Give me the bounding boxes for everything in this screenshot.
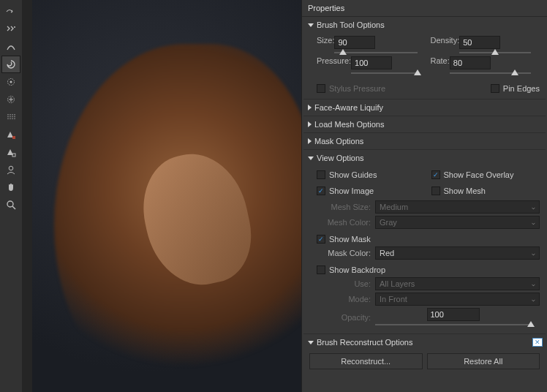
disclosure-down-icon <box>308 341 314 344</box>
pin-edges-checkbox[interactable]: Pin Edges <box>491 84 540 93</box>
panel-title: Properties <box>302 0 547 17</box>
tool-forward-warp[interactable] <box>1 3 20 20</box>
tool-smooth[interactable] <box>1 38 20 56</box>
section-mask-options[interactable]: Mask Options <box>303 132 546 149</box>
backdrop-opacity-slider[interactable] <box>375 323 531 327</box>
reconstruct-button[interactable]: Reconstruct... <box>309 353 423 369</box>
chevron-down-icon: ⌵ <box>532 250 535 257</box>
section-brush-reconstruct-options[interactable]: Brush Reconstruct Options ✕ <box>303 333 546 350</box>
tool-zoom[interactable] <box>1 196 20 214</box>
tool-push-left[interactable] <box>1 108 20 126</box>
section-brush-tool-options[interactable]: Brush Tool Options <box>303 17 546 33</box>
svg-point-0 <box>14 26 15 28</box>
checkbox-checked-icon <box>317 186 325 195</box>
brush-size-slider[interactable] <box>334 50 417 55</box>
stylus-pressure-checkbox[interactable]: Stylus Pressure <box>317 84 385 93</box>
svg-point-7 <box>7 201 13 207</box>
disclosure-right-icon <box>308 121 312 127</box>
tool-pucker[interactable] <box>1 73 20 91</box>
brush-density-input[interactable] <box>459 36 500 49</box>
tool-hand[interactable] <box>1 178 20 196</box>
mask-color-select[interactable]: Red⌵ <box>375 246 540 260</box>
svg-rect-4 <box>12 136 15 139</box>
disclosure-down-icon <box>308 23 314 27</box>
checkbox-icon <box>317 170 325 179</box>
mesh-color-select[interactable]: Gray⌵ <box>375 216 540 229</box>
section-load-mesh-options[interactable]: Load Mesh Options <box>303 116 546 132</box>
tool-bloat[interactable] <box>1 91 20 108</box>
svg-point-2 <box>10 81 12 83</box>
chevron-down-icon: ⌵ <box>532 296 535 303</box>
disclosure-down-icon <box>308 157 314 160</box>
canvas-viewport[interactable] <box>22 0 301 392</box>
backdrop-use-select[interactable]: All Layers⌵ <box>375 277 540 290</box>
disclosure-right-icon <box>308 105 312 110</box>
show-image-checkbox[interactable]: Show Image <box>317 186 426 195</box>
brush-density-slider[interactable] <box>459 50 531 55</box>
section-face-aware-liquify[interactable]: Face-Aware Liquify <box>303 99 546 116</box>
svg-point-6 <box>9 166 13 170</box>
section-view-options[interactable]: View Options <box>303 149 546 166</box>
backdrop-mode-select[interactable]: In Front⌵ <box>375 293 540 306</box>
backdrop-opacity-input[interactable] <box>427 308 480 321</box>
tool-face[interactable] <box>1 161 20 178</box>
tool-freeze-mask[interactable] <box>1 126 20 143</box>
tool-twirl[interactable] <box>1 56 20 73</box>
checkbox-icon <box>491 84 499 93</box>
tool-reconstruct[interactable] <box>1 20 20 38</box>
brush-rate-slider[interactable] <box>450 71 531 75</box>
checkbox-icon <box>317 84 325 93</box>
show-mesh-checkbox[interactable]: Show Mesh <box>431 186 540 195</box>
tool-sidebar <box>0 0 22 392</box>
chevron-down-icon: ⌵ <box>532 204 535 211</box>
mesh-size-select[interactable]: Medium⌵ <box>375 200 540 214</box>
show-guides-checkbox[interactable]: Show Guides <box>317 170 426 179</box>
chevron-down-icon: ⌵ <box>532 281 535 287</box>
brush-size-input[interactable] <box>334 36 375 49</box>
show-mask-checkbox[interactable]: Show Mask <box>317 235 540 244</box>
checkbox-icon <box>317 265 325 274</box>
checkbox-checked-icon <box>317 235 325 244</box>
brush-rate-input[interactable] <box>450 56 491 69</box>
show-face-overlay-checkbox[interactable]: Show Face Overlay <box>431 170 540 179</box>
checkbox-icon <box>431 186 440 195</box>
chevron-down-icon: ⌵ <box>532 219 535 226</box>
tool-thaw-mask[interactable] <box>1 143 20 161</box>
close-ad-icon[interactable]: ✕ <box>532 338 543 347</box>
restore-all-button[interactable]: Restore All <box>427 353 540 369</box>
disclosure-right-icon <box>308 138 312 144</box>
canvas-image <box>32 0 301 392</box>
properties-panel: Properties Brush Tool Options Size: Dens… <box>301 0 547 392</box>
brush-pressure-input[interactable] <box>351 56 392 69</box>
show-backdrop-checkbox[interactable]: Show Backdrop <box>317 265 540 274</box>
checkbox-checked-icon <box>431 170 440 179</box>
brush-pressure-slider[interactable] <box>351 71 417 75</box>
